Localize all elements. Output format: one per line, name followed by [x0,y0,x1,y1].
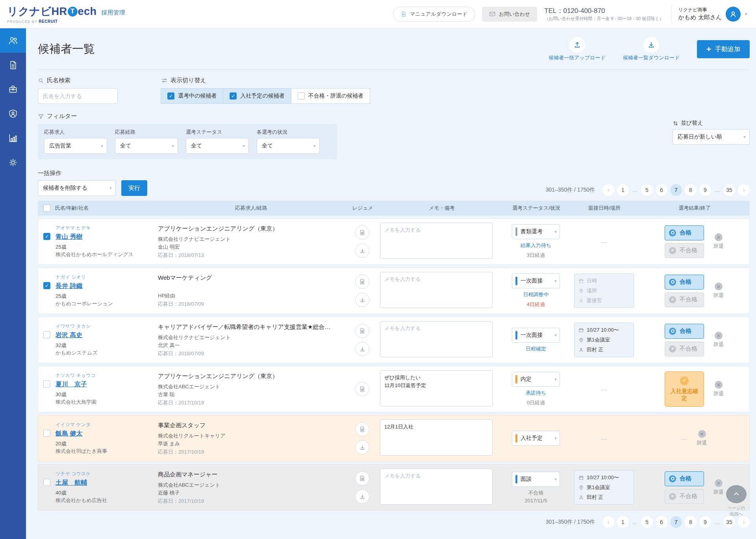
app-logo[interactable]: リクナビHR T ech 採用管理 PRODUCED BY RECRUIT [7,4,125,24]
row-checkbox[interactable] [43,331,50,338]
pager-page-6[interactable]: 6 [656,516,667,528]
pager-page-5[interactable]: 5 [641,184,653,196]
sidebar-item-documents[interactable] [0,53,26,77]
row-checkbox[interactable] [43,479,50,486]
status-action-link[interactable]: 日程調整中 [523,291,549,298]
candidate-name-link[interactable]: 岩沢 高史 [56,330,82,340]
row-checkbox[interactable] [43,430,50,437]
user-menu[interactable]: リクナビ商事 かもめ 太郎さん ▾ [678,7,747,22]
sidebar-item-privacy[interactable] [0,102,26,126]
list-download-button[interactable]: 候補者一覧ダウンロード [623,37,680,61]
bulk-upload-button[interactable]: 候補者一括アップロード [548,37,606,61]
execute-button[interactable]: 実行 [121,180,147,196]
route-filter-select[interactable]: 全て▾ [115,138,178,154]
decline-button[interactable]: ✕辞退 [697,430,707,447]
status-select[interactable]: 面談 ▾ [512,472,560,487]
interview-schedule-box[interactable]: 10/27 10:00〜 第1会議室 田村 正 [574,323,634,357]
pass-button[interactable]: 合格 [665,324,704,339]
job-filter-select[interactable]: 広告営業▾ [44,138,107,154]
pager-page-5[interactable]: 5 [641,516,653,528]
resume-view-button[interactable] [355,471,369,485]
fail-button[interactable]: ✕不合格 [665,341,704,356]
pager-prev[interactable]: ‹ [602,516,614,528]
status-select[interactable]: 内定 ▾ [512,372,560,387]
sort-select[interactable]: 応募日が新しい順▾ [673,129,750,145]
fail-button[interactable]: ✕不合格 [665,292,704,307]
decline-button[interactable]: ✕辞退 [713,233,724,250]
resume-download-button[interactable] [355,440,369,454]
interview-schedule-box[interactable]: 日時 場所 面接官 [574,273,634,308]
pager-page-7-active[interactable]: 7 [670,516,682,528]
status-action-link[interactable]: 日程確定 [526,345,546,353]
candidate-name-link[interactable]: 夏川 京子 [56,380,87,389]
resume-download-button[interactable] [355,244,369,258]
status-select[interactable]: 書類選考 ▾ [512,224,560,239]
status-select[interactable]: 一次面接 ▾ [512,328,560,343]
filter-joining-checkbox[interactable]: ✓ 入社予定の候補者 [223,88,291,104]
status-select[interactable]: 一次面接 ▾ [512,273,560,288]
memo-input[interactable]: 12月1日入社 [380,419,493,456]
resume-view-button[interactable] [355,422,369,436]
filter-rejected-checkbox[interactable]: 不合格・辞退の候補者 [291,88,370,104]
memo-input[interactable] [380,321,493,357]
pass-button[interactable]: 合格 [665,275,704,290]
candidate-name-link[interactable]: 土屋 航輔 [56,478,87,487]
pager-page-35[interactable]: 35 [723,516,735,528]
resume-view-button[interactable] [355,225,369,240]
memo-input[interactable] [380,223,493,259]
bulk-action-select[interactable]: 候補者を削除する▾ [38,180,116,196]
decline-button[interactable]: ✕辞退 [713,381,724,397]
pass-button[interactable]: 合格 [665,225,704,240]
stage-filter-select[interactable]: 全て▾ [257,138,320,154]
pager-page-9[interactable]: 9 [699,184,711,196]
filter-in-progress-checkbox[interactable]: ✓ 選考中の候補者 [161,88,223,104]
resume-view-button[interactable] [355,382,369,396]
row-checkbox[interactable]: ✓ [43,282,50,289]
candidate-name-link[interactable]: 長井 詩織 [56,281,82,290]
memo-input[interactable]: ぜひ採用したい 11月10日返答予定 [380,370,493,406]
candidate-name-link[interactable]: 飯島 健太 [56,429,82,438]
resume-download-button[interactable] [355,293,369,307]
resume-view-button[interactable] [355,275,369,289]
status-action-link[interactable]: 承諾待ち [526,389,546,397]
candidate-name-link[interactable]: 青山 秀樹 [56,232,82,241]
sidebar-item-reports[interactable] [0,126,26,150]
status-select[interactable]: 入社予定 ▾ [512,431,560,446]
pager-next[interactable]: › [738,184,750,196]
fail-button[interactable]: ✕不合格 [665,489,704,504]
manual-add-button[interactable]: + 手動追加 [697,40,750,58]
pager-page-7-active[interactable]: 7 [670,184,682,196]
pager-page-9[interactable]: 9 [699,516,711,528]
pager-prev[interactable]: ‹ [602,184,614,196]
pager-page-8[interactable]: 8 [685,184,697,196]
join-confirmed-button[interactable]: ✓ 入社意志確定 [665,371,704,407]
memo-input[interactable] [380,272,493,308]
status-filter-select[interactable]: 全て▾ [186,138,249,154]
row-checkbox[interactable] [43,380,50,388]
resume-download-button[interactable] [355,489,369,504]
pager-next[interactable]: › [738,516,750,528]
pager-page-8[interactable]: 8 [685,516,697,528]
decline-button[interactable]: ✕辞退 [713,479,724,496]
resume-view-button[interactable] [355,324,369,338]
sidebar-item-settings[interactable] [0,150,26,175]
row-checkbox[interactable]: ✓ [43,233,50,240]
fail-button[interactable]: ✕不合格 [665,243,704,258]
back-to-top-button[interactable]: ページの先頭へ [726,485,747,517]
search-input[interactable] [38,88,118,104]
decline-button[interactable]: ✕辞退 [713,282,724,299]
pager-page-1[interactable]: 1 [617,516,629,528]
memo-input[interactable] [380,469,493,505]
resume-download-button[interactable] [355,342,369,356]
status-action-link[interactable]: 結果入力待ち [521,242,551,249]
interview-schedule-box[interactable]: 10/27 10:00〜 第1会議室 田村 正 [574,470,634,505]
pager-page-1[interactable]: 1 [617,184,629,196]
pass-button[interactable]: 合格 [665,471,704,486]
pager-page-35[interactable]: 35 [723,184,735,196]
sidebar-item-jobs[interactable] [0,77,26,102]
contact-button[interactable]: お問い合わせ [482,7,537,22]
decline-button[interactable]: ✕辞退 [713,332,724,348]
pager-page-6[interactable]: 6 [656,184,667,196]
sidebar-item-candidates[interactable] [0,28,26,53]
select-all-checkbox[interactable] [43,205,50,212]
